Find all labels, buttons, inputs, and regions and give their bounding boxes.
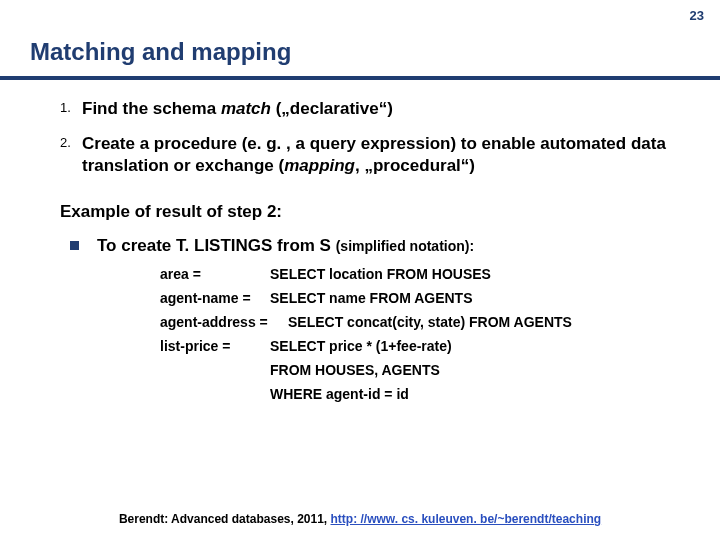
text-run: („declarative“): [271, 99, 393, 118]
row-value: WHERE agent-id = id: [270, 386, 690, 402]
row-value: SELECT concat(city, state) FROM AGENTS: [288, 314, 690, 330]
bullet-item: To create T. LISTINGS from S (simplified…: [70, 236, 690, 256]
row-value: SELECT price * (1+fee-rate): [270, 338, 690, 354]
table-row: FROM HOUSES, AGENTS: [160, 362, 690, 378]
text-run: To create T. LISTINGS from S: [97, 236, 336, 255]
page-number: 23: [690, 8, 704, 23]
row-label: agent-address =: [160, 314, 288, 330]
slide-title: Matching and mapping: [30, 38, 291, 66]
row-value: SELECT name FROM AGENTS: [270, 290, 690, 306]
note-text: (simplified notation):: [336, 238, 474, 254]
list-text: Create a procedure (e. g. , a query expr…: [82, 133, 690, 176]
list-number: 1.: [60, 98, 82, 119]
table-row: area = SELECT location FROM HOUSES: [160, 266, 690, 282]
footer-text: Berendt: Advanced databases, 2011,: [119, 512, 331, 526]
footer-link[interactable]: http: //www. cs. kuleuven. be/~berendt/t…: [331, 512, 602, 526]
row-label: agent-name =: [160, 290, 270, 306]
square-bullet-icon: [70, 241, 79, 250]
text-run: Find the schema: [82, 99, 221, 118]
slide-footer: Berendt: Advanced databases, 2011, http:…: [0, 512, 720, 526]
list-text: Find the schema match („declarative“): [82, 98, 393, 119]
emphasis: match: [221, 99, 271, 118]
row-label: list-price =: [160, 338, 270, 354]
row-label: area =: [160, 266, 270, 282]
list-item: 2. Create a procedure (e. g. , a query e…: [60, 133, 690, 176]
title-underline: [0, 76, 720, 80]
table-row: list-price = SELECT price * (1+fee-rate): [160, 338, 690, 354]
bullet-text: To create T. LISTINGS from S (simplified…: [97, 236, 474, 256]
list-number: 2.: [60, 133, 82, 176]
slide-body: 1. Find the schema match („declarative“)…: [60, 98, 690, 410]
emphasis: mapping: [284, 156, 355, 175]
example-heading: Example of result of step 2:: [60, 202, 690, 222]
text-run: , „procedural“): [355, 156, 475, 175]
table-row: agent-name = SELECT name FROM AGENTS: [160, 290, 690, 306]
table-row: WHERE agent-id = id: [160, 386, 690, 402]
list-item: 1. Find the schema match („declarative“): [60, 98, 690, 119]
row-label: [160, 386, 270, 402]
row-value: SELECT location FROM HOUSES: [270, 266, 690, 282]
row-label: [160, 362, 270, 378]
mapping-table: area = SELECT location FROM HOUSES agent…: [160, 266, 690, 402]
table-row: agent-address = SELECT concat(city, stat…: [160, 314, 690, 330]
row-value: FROM HOUSES, AGENTS: [270, 362, 690, 378]
